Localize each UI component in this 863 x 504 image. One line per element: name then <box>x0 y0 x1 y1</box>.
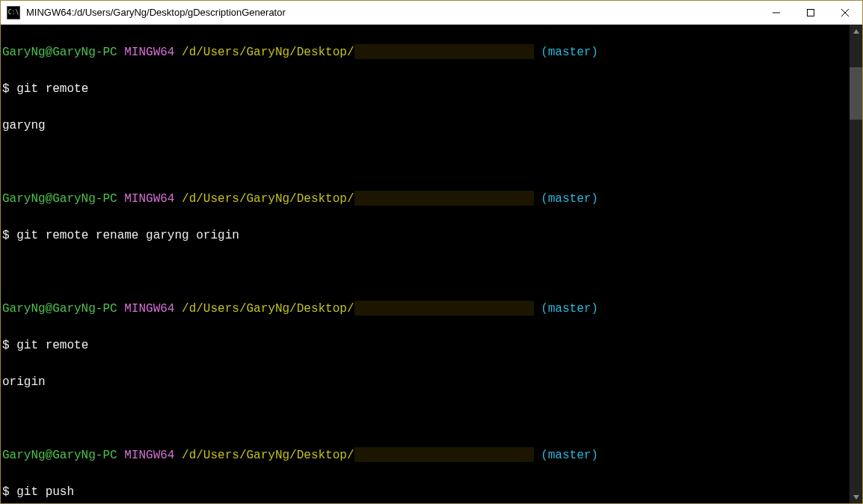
scroll-up-button[interactable] <box>850 25 862 37</box>
command-line: $ git remote rename garyng origin <box>2 227 848 245</box>
prompt-path: /d/Users/GaryNg/Desktop/ <box>182 46 354 59</box>
output-line: origin <box>2 373 848 392</box>
blank-line <box>2 410 848 428</box>
command-line: $ git remote <box>2 336 848 355</box>
command-text: git remote rename garyng origin <box>16 229 239 242</box>
prompt-symbol: $ <box>2 339 10 352</box>
prompt-branch: (master) <box>541 302 598 316</box>
output-line: garyng <box>2 117 848 135</box>
prompt-line: GaryNg@GaryNg-PC MINGW64 /d/Users/GaryNg… <box>2 446 848 465</box>
prompt-user: GaryNg@GaryNg-PC <box>2 46 117 59</box>
prompt-line: GaryNg@GaryNg-PC MINGW64 /d/Users/GaryNg… <box>2 190 848 209</box>
scroll-down-button[interactable] <box>850 491 862 503</box>
maximize-button[interactable] <box>793 1 828 24</box>
prompt-path: /d/Users/GaryNg/Desktop/ <box>182 449 354 462</box>
prompt-branch: (master) <box>541 192 598 206</box>
command-text: git remote <box>16 339 88 352</box>
titlebar[interactable]: C:\ MINGW64:/d/Users/GaryNg/Desktop/gDes… <box>1 1 862 25</box>
prompt-symbol: $ <box>2 229 10 242</box>
command-line: $ git remote <box>2 80 848 99</box>
scrollbar-track[interactable] <box>850 37 862 491</box>
prompt-line: GaryNg@GaryNg-PC MINGW64 /d/Users/GaryNg… <box>2 300 848 319</box>
prompt-branch: (master) <box>541 449 598 462</box>
prompt-env: MINGW64 <box>124 46 174 59</box>
redacted-path <box>354 191 534 206</box>
prompt-symbol: $ <box>2 82 10 96</box>
command-text: git push <box>16 485 74 499</box>
prompt-user: GaryNg@GaryNg-PC <box>2 192 117 206</box>
prompt-user: GaryNg@GaryNg-PC <box>2 302 117 316</box>
prompt-path: /d/Users/GaryNg/Desktop/ <box>182 192 354 206</box>
close-button[interactable] <box>828 1 862 24</box>
minimize-button[interactable] <box>759 1 793 24</box>
blank-line <box>2 153 848 172</box>
prompt-path: /d/Users/GaryNg/Desktop/ <box>182 302 354 316</box>
svg-rect-0 <box>808 9 814 16</box>
command-text: git remote <box>16 82 88 96</box>
scrollbar-thumb[interactable] <box>850 67 862 120</box>
window-controls <box>759 1 862 24</box>
vertical-scrollbar[interactable] <box>850 25 862 503</box>
prompt-env: MINGW64 <box>124 449 174 462</box>
prompt-env: MINGW64 <box>124 192 174 206</box>
redacted-path <box>354 44 534 59</box>
terminal-area: GaryNg@GaryNg-PC MINGW64 /d/Users/GaryNg… <box>1 25 862 503</box>
prompt-branch: (master) <box>541 46 598 59</box>
window-title: MINGW64:/d/Users/GaryNg/Desktop/gDescrip… <box>26 7 759 18</box>
prompt-env: MINGW64 <box>124 302 174 316</box>
blank-line <box>2 263 848 282</box>
prompt-symbol: $ <box>2 485 10 499</box>
prompt-user: GaryNg@GaryNg-PC <box>2 449 117 462</box>
app-icon: C:\ <box>7 6 20 19</box>
command-line: $ git push <box>2 483 848 502</box>
terminal-content[interactable]: GaryNg@GaryNg-PC MINGW64 /d/Users/GaryNg… <box>1 25 850 503</box>
prompt-line: GaryNg@GaryNg-PC MINGW64 /d/Users/GaryNg… <box>2 43 848 62</box>
redacted-path <box>354 301 534 316</box>
terminal-window: C:\ MINGW64:/d/Users/GaryNg/Desktop/gDes… <box>0 0 863 504</box>
redacted-path <box>354 447 534 462</box>
